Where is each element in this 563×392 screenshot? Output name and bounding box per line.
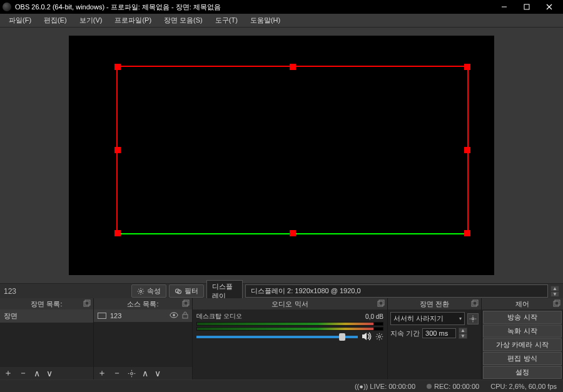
- scenes-list[interactable]: 장면: [0, 309, 93, 367]
- audio-track-name: 데스크탑 오디오: [196, 312, 242, 321]
- titlebar: OBS 26.0.2 (64-bit, windows) - 프로파일: 제목없…: [0, 0, 563, 14]
- menu-edit[interactable]: 편집(E): [38, 14, 73, 27]
- move-down-button[interactable]: ∨: [46, 368, 53, 378]
- resize-handle[interactable]: [114, 230, 121, 236]
- menu-tools[interactable]: 도구(T): [209, 14, 244, 27]
- move-up-button[interactable]: ∧: [142, 368, 148, 378]
- popout-icon[interactable]: [182, 299, 190, 307]
- speaker-icon[interactable]: [362, 332, 372, 342]
- maximize-button[interactable]: [515, 0, 538, 14]
- source-properties-button[interactable]: [128, 369, 136, 378]
- menu-view[interactable]: 보기(V): [73, 14, 109, 27]
- popout-icon[interactable]: [377, 299, 385, 307]
- minimize-button[interactable]: [493, 0, 515, 14]
- settings-button[interactable]: 설정: [483, 366, 562, 379]
- svg-rect-1: [524, 4, 529, 9]
- audio-meter: [196, 327, 383, 331]
- docks-row: 장면 목록: 장면 ＋ － ∧ ∨ 소스 목록: 123: [0, 298, 563, 379]
- filters-button[interactable]: 필터: [169, 284, 204, 298]
- statusbar: ((●)) LIVE: 00:00:00 REC: 00:00:00 CPU: …: [0, 379, 563, 392]
- svg-rect-47: [555, 300, 560, 305]
- duration-spin[interactable]: ▲ ▼: [459, 328, 467, 339]
- popout-icon[interactable]: [83, 299, 91, 307]
- svg-point-30: [378, 335, 381, 338]
- svg-line-9: [138, 289, 139, 289]
- svg-line-38: [381, 334, 382, 334]
- menu-file[interactable]: 파일(F): [3, 14, 38, 27]
- source-item[interactable]: 123: [94, 309, 192, 322]
- scene-item[interactable]: 장면: [0, 309, 93, 323]
- remove-source-button[interactable]: －: [113, 368, 121, 379]
- preview-canvas[interactable]: [69, 36, 494, 275]
- svg-rect-21: [183, 314, 188, 318]
- audio-settings-icon[interactable]: [375, 333, 383, 342]
- add-scene-button[interactable]: ＋: [4, 368, 13, 379]
- remove-scene-button[interactable]: －: [19, 368, 28, 379]
- display-select[interactable]: 디스플레이 2: 1920x1080 @ 1920,0: [245, 284, 548, 298]
- transitions-body: 서서히 사라지기▾ 지속 기간 ▲ ▼: [388, 309, 481, 379]
- svg-rect-17: [183, 301, 188, 306]
- spin-down[interactable]: ▼: [550, 291, 559, 297]
- svg-rect-16: [85, 300, 90, 305]
- start-virtualcam-button[interactable]: 가상 카메라 시작: [483, 338, 562, 351]
- menu-scene-collection[interactable]: 장면 모음(S): [158, 14, 209, 27]
- studio-mode-button[interactable]: 편집 방식: [483, 352, 562, 365]
- sources-list[interactable]: 123: [94, 309, 192, 367]
- lock-icon[interactable]: [182, 311, 188, 320]
- svg-line-36: [381, 338, 382, 339]
- audio-mixer-panel: 오디오 믹서 데스크탑 오디오 0,0 dB: [193, 298, 388, 379]
- close-button[interactable]: [538, 0, 560, 14]
- popout-icon[interactable]: [471, 299, 479, 307]
- svg-point-4: [139, 290, 141, 292]
- resize-handle[interactable]: [464, 64, 470, 70]
- filters-label: 필터: [185, 286, 198, 296]
- move-down-button[interactable]: ∨: [155, 368, 161, 378]
- gear-icon: [137, 288, 145, 295]
- svg-line-37: [377, 338, 377, 339]
- scenes-toolbar: ＋ － ∧ ∨: [0, 367, 93, 379]
- menubar: 파일(F) 편집(E) 보기(V) 프로파일(P) 장면 모음(S) 도구(T)…: [0, 14, 563, 28]
- resize-handle[interactable]: [464, 230, 470, 236]
- start-recording-button[interactable]: 녹화 시작: [483, 324, 562, 338]
- start-streaming-button[interactable]: 방송 시작: [483, 311, 562, 324]
- svg-marker-29: [362, 333, 367, 340]
- transition-select[interactable]: 서서히 사라지기▾: [390, 312, 465, 325]
- spin-up[interactable]: ▲: [550, 286, 559, 291]
- transition-settings-button[interactable]: [467, 313, 479, 324]
- svg-line-11: [138, 293, 139, 293]
- svg-point-41: [472, 318, 474, 319]
- move-up-button[interactable]: ∧: [34, 368, 40, 378]
- display-spin[interactable]: ▲ ▼: [550, 286, 559, 297]
- menu-help[interactable]: 도움말(H): [244, 14, 287, 27]
- spin-down[interactable]: ▼: [459, 333, 467, 339]
- preview-area: [0, 28, 563, 283]
- svg-rect-40: [473, 300, 478, 305]
- visibility-icon[interactable]: [170, 312, 178, 319]
- svg-line-12: [143, 289, 143, 289]
- source-bounding-box[interactable]: [116, 66, 469, 234]
- audio-meter: [196, 322, 383, 326]
- status-rec: REC: 00:00:00: [427, 383, 479, 390]
- properties-button[interactable]: 속성: [131, 284, 166, 298]
- mixer-header: 오디오 믹서: [193, 298, 387, 309]
- resize-handle[interactable]: [290, 64, 296, 70]
- resize-handle[interactable]: [114, 147, 121, 153]
- slider-thumb[interactable]: [339, 333, 345, 341]
- add-source-button[interactable]: ＋: [98, 368, 106, 379]
- spin-up[interactable]: ▲: [459, 328, 467, 333]
- status-live: ((●)) LIVE: 00:00:00: [355, 383, 415, 390]
- resize-handle[interactable]: [290, 230, 296, 236]
- duration-label: 지속 기간: [390, 329, 420, 338]
- resize-handle[interactable]: [464, 147, 470, 153]
- popout-icon[interactable]: [553, 299, 560, 307]
- svg-line-35: [377, 334, 377, 334]
- dot-icon: [427, 384, 432, 389]
- source-name: 123: [110, 312, 121, 319]
- svg-point-22: [131, 372, 133, 374]
- duration-input[interactable]: [422, 328, 456, 338]
- resize-handle[interactable]: [114, 64, 121, 70]
- status-cpu: CPU: 2,6%, 60,00 fps: [490, 383, 557, 390]
- volume-slider[interactable]: [196, 336, 358, 338]
- menu-profile[interactable]: 프로파일(P): [108, 14, 158, 27]
- scenes-panel: 장면 목록: 장면 ＋ － ∧ ∨: [0, 298, 94, 379]
